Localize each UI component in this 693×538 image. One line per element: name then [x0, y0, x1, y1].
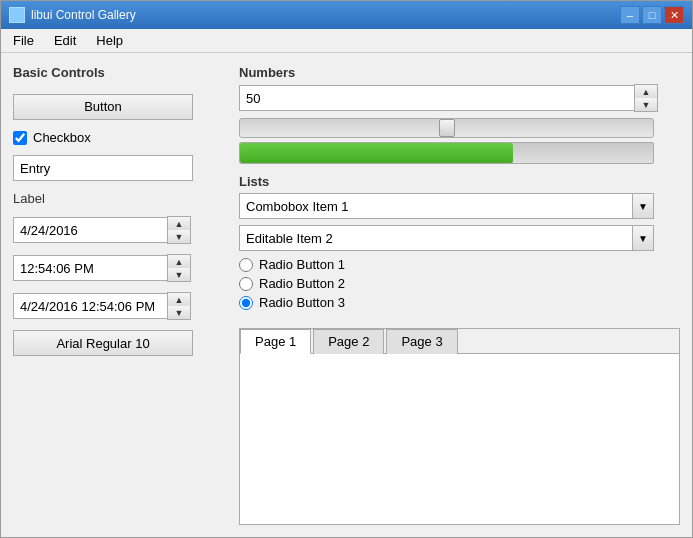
editable-combobox-input[interactable]: [239, 225, 632, 251]
radio-row-2: Radio Button 2: [239, 276, 680, 291]
date-spinner: ▲ ▼: [167, 216, 191, 244]
left-panel: Basic Controls Button Checkbox Label ▲ ▼: [13, 65, 223, 525]
static-label: Label: [13, 191, 223, 206]
radio-button-2[interactable]: [239, 277, 253, 291]
slider-track: [239, 118, 654, 138]
app-icon: [9, 7, 25, 23]
number-up-button[interactable]: ▲: [635, 85, 657, 98]
radio-group: Radio Button 1 Radio Button 2 Radio Butt…: [239, 257, 680, 310]
close-button[interactable]: ✕: [664, 6, 684, 24]
datetime-down-button[interactable]: ▼: [168, 306, 190, 319]
editable-combobox-wrapper: ▼: [239, 225, 654, 251]
checkbox-input[interactable]: [13, 131, 27, 145]
slider-thumb[interactable]: [439, 119, 455, 137]
radio-row-1: Radio Button 1: [239, 257, 680, 272]
lists-label: Lists: [239, 174, 680, 189]
date-input[interactable]: [13, 217, 167, 243]
date-picker-row: ▲ ▼: [13, 216, 223, 244]
date-up-button[interactable]: ▲: [168, 217, 190, 230]
radio-button-1[interactable]: [239, 258, 253, 272]
notebook-content: [240, 354, 679, 519]
number-down-button[interactable]: ▼: [635, 98, 657, 111]
basic-controls-label: Basic Controls: [13, 65, 223, 80]
numbers-label: Numbers: [239, 65, 680, 80]
minimize-button[interactable]: –: [620, 6, 640, 24]
datetime-spinner: ▲ ▼: [167, 292, 191, 320]
radio-row-3: Radio Button 3: [239, 295, 680, 310]
tab-page2[interactable]: Page 2: [313, 329, 384, 354]
title-controls: – □ ✕: [620, 6, 684, 24]
datetime-row: ▲ ▼: [13, 292, 223, 320]
time-spinner: ▲ ▼: [167, 254, 191, 282]
time-down-button[interactable]: ▼: [168, 268, 190, 281]
checkbox-row: Checkbox: [13, 130, 223, 145]
title-bar-left: libui Control Gallery: [9, 7, 136, 23]
menu-help[interactable]: Help: [88, 31, 131, 50]
right-panel: Numbers ▲ ▼ Lists: [239, 65, 680, 525]
lists-section: Lists Combobox Item 1 Combobox Item 2 Co…: [239, 174, 680, 318]
editable-combobox-arrow[interactable]: ▼: [632, 225, 654, 251]
checkbox-label: Checkbox: [33, 130, 91, 145]
main-content: Basic Controls Button Checkbox Label ▲ ▼: [1, 53, 692, 537]
combobox-wrapper: Combobox Item 1 Combobox Item 2 Combobox…: [239, 193, 654, 219]
title-bar: libui Control Gallery – □ ✕: [1, 1, 692, 29]
combobox[interactable]: Combobox Item 1 Combobox Item 2 Combobox…: [239, 193, 654, 219]
tab-page3[interactable]: Page 3: [386, 329, 457, 354]
time-up-button[interactable]: ▲: [168, 255, 190, 268]
radio-button-3[interactable]: [239, 296, 253, 310]
menu-bar: File Edit Help: [1, 29, 692, 53]
progress-bar: [239, 142, 654, 164]
basic-button[interactable]: Button: [13, 94, 193, 120]
time-row: ▲ ▼: [13, 254, 223, 282]
number-spin-group: ▲ ▼: [634, 84, 658, 112]
menu-edit[interactable]: Edit: [46, 31, 84, 50]
radio-label-2: Radio Button 2: [259, 276, 345, 291]
datetime-input[interactable]: [13, 293, 167, 319]
entry-input[interactable]: [13, 155, 193, 181]
main-window: libui Control Gallery – □ ✕ File Edit He…: [0, 0, 693, 538]
menu-file[interactable]: File: [5, 31, 42, 50]
progress-fill: [240, 143, 513, 163]
date-down-button[interactable]: ▼: [168, 230, 190, 243]
number-spinner-row: ▲ ▼: [239, 84, 680, 112]
maximize-button[interactable]: □: [642, 6, 662, 24]
radio-label-3: Radio Button 3: [259, 295, 345, 310]
datetime-up-button[interactable]: ▲: [168, 293, 190, 306]
radio-label-1: Radio Button 1: [259, 257, 345, 272]
number-input[interactable]: [239, 85, 634, 111]
time-input[interactable]: [13, 255, 167, 281]
tab-page1[interactable]: Page 1: [240, 329, 311, 354]
notebook-tabs: Page 1 Page 2 Page 3: [240, 329, 679, 354]
numbers-section: Numbers ▲ ▼: [239, 65, 680, 164]
notebook: Page 1 Page 2 Page 3: [239, 328, 680, 525]
font-button[interactable]: Arial Regular 10: [13, 330, 193, 356]
window-title: libui Control Gallery: [31, 8, 136, 22]
